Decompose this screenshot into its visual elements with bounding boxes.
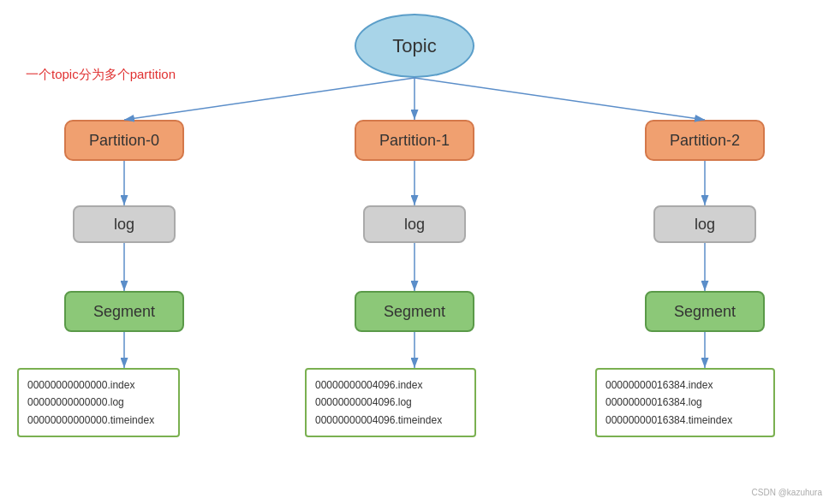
segment-1-node: Segment	[355, 291, 474, 332]
partition-2-label: Partition-2	[670, 132, 740, 150]
file-1-1: 00000000004096.log	[315, 394, 466, 411]
diagram-container: 一个topic分为多个partition Topic Partition-0 P…	[0, 0, 829, 504]
topic-label: Topic	[392, 35, 436, 57]
svg-line-3	[414, 78, 705, 120]
partition-0-node: Partition-0	[64, 120, 184, 161]
segment-2-label: Segment	[674, 303, 736, 321]
log-1-node: log	[363, 205, 466, 243]
partition-2-node: Partition-2	[645, 120, 765, 161]
file-0-2: 00000000000000.timeindex	[27, 412, 170, 429]
log-2-node: log	[653, 205, 756, 243]
partition-1-node: Partition-1	[355, 120, 474, 161]
file-2-2: 00000000016384.timeindex	[605, 412, 765, 429]
partition-1-label: Partition-1	[379, 132, 450, 150]
log-1-label: log	[404, 216, 425, 234]
filebox-2: 00000000016384.index 00000000016384.log …	[595, 368, 775, 437]
file-1-0: 00000000004096.index	[315, 377, 466, 394]
watermark: CSDN @kazuhura	[752, 488, 822, 497]
segment-0-node: Segment	[64, 291, 184, 332]
filebox-1: 00000000004096.index 00000000004096.log …	[305, 368, 476, 437]
log-0-node: log	[73, 205, 176, 243]
partition-0-label: Partition-0	[89, 132, 159, 150]
file-1-2: 00000000004096.timeindex	[315, 412, 466, 429]
log-2-label: log	[695, 216, 715, 234]
segment-0-label: Segment	[93, 303, 155, 321]
topic-node: Topic	[355, 14, 474, 78]
segment-2-node: Segment	[645, 291, 765, 332]
annotation-text: 一个topic分为多个partition	[26, 67, 176, 83]
file-0-1: 00000000000000.log	[27, 394, 170, 411]
filebox-0: 00000000000000.index 00000000000000.log …	[17, 368, 180, 437]
segment-1-label: Segment	[384, 303, 445, 321]
file-2-1: 00000000016384.log	[605, 394, 765, 411]
svg-line-1	[124, 78, 414, 120]
log-0-label: log	[114, 216, 134, 234]
file-2-0: 00000000016384.index	[605, 377, 765, 394]
file-0-0: 00000000000000.index	[27, 377, 170, 394]
